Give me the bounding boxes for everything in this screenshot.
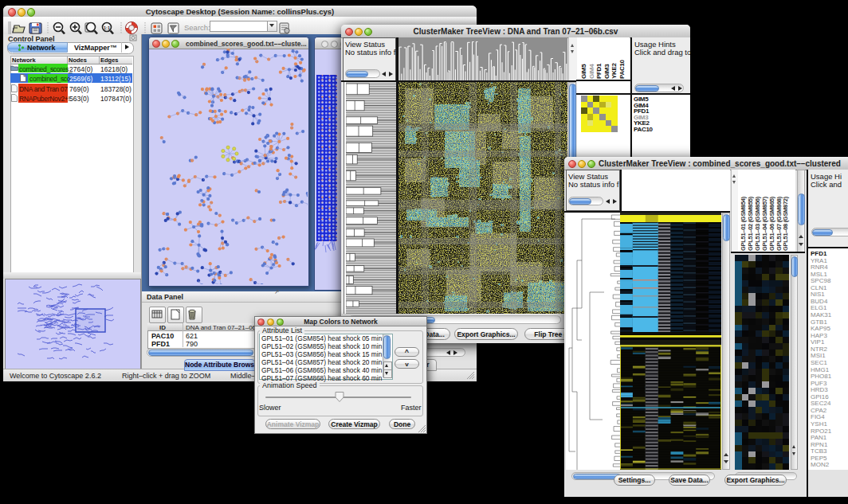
svg-text:1:1: 1:1 xyxy=(104,25,110,30)
